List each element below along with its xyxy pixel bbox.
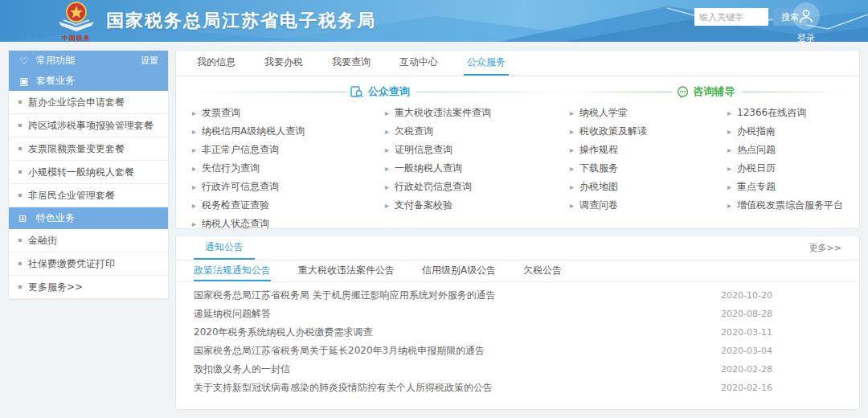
consult-link[interactable]: ▸ 增值税发票综合服务平台 [727, 196, 843, 215]
notice-list-item[interactable]: 递延纳税问题解答 2020-08-28 [176, 305, 859, 323]
public-query-col1: ▸ 发票查询 ▸ 纳税信用A级纳税人查询 ▸ 非正常户信息查询 ▸ 失信行为查询 [192, 104, 385, 233]
divider [192, 92, 346, 92]
person-icon [797, 7, 815, 25]
sidebar-special-item[interactable]: 更多服务>> [9, 276, 168, 299]
query-link[interactable]: ▸ 非正常户信息查询 [192, 141, 385, 159]
square-bullet-icon [18, 100, 22, 104]
tab-query[interactable]: 我要查询 [329, 51, 374, 76]
national-emblem-icon [55, 1, 97, 33]
query-link[interactable]: ▸ 发票查询 [192, 104, 385, 122]
query-link[interactable]: ▸ 一般纳税人查询 [385, 159, 570, 178]
consult-section: 咨询辅导 ▸ 纳税人学堂 ▸ 税收政策及解读 ▸ 操作规程 [570, 76, 843, 233]
consult-link[interactable]: ▸ 纳税人学堂 [570, 104, 727, 122]
main-nav-tabs: 我的信息 我要办税 我要查询 互动中心 公众服务 [176, 51, 859, 76]
query-link[interactable]: ▸ 证明信息查询 [385, 141, 570, 159]
package-icon: ▣ [18, 76, 30, 87]
arrow-bullet-icon: ▸ [192, 145, 196, 154]
arrow-bullet-icon: ▸ [570, 109, 574, 117]
notice-title-tab[interactable]: 通知公告 [194, 236, 255, 260]
public-query-title: 公众查询 [368, 84, 410, 99]
heart-icon: ♡ [18, 55, 30, 67]
user-avatar[interactable] [792, 2, 820, 30]
consult-link[interactable]: ▸ 重点专题 [727, 178, 843, 196]
common-functions-label: 常用功能 [36, 54, 141, 68]
arrow-bullet-icon: ▸ [570, 164, 574, 173]
settings-link[interactable]: 设置 [141, 55, 158, 67]
consult-col2: ▸ 12366在线咨询 ▸ 办税指南 ▸ 热点问题 ▸ 办税日历 ▸ [727, 104, 843, 215]
services-panel: 我的信息 我要办税 我要查询 互动中心 公众服务 公众查询 ▸ [175, 50, 860, 229]
notice-list-item[interactable]: 关于支持新型冠状病毒感染的肺炎疫情防控有关个人所得税政策的公告 2020-02-… [176, 379, 859, 397]
arrow-bullet-icon: ▸ [385, 145, 389, 154]
sidebar-package-item[interactable]: 跨区域涉税事项报验管理套餐 [9, 114, 168, 137]
square-bullet-icon [18, 124, 22, 127]
tab-my-info[interactable]: 我的信息 [194, 51, 239, 76]
query-link[interactable]: ▸ 行政许可信息查询 [192, 178, 385, 196]
notice-tab-policy[interactable]: 政策法规通知公告 [194, 260, 271, 281]
consult-link[interactable]: ▸ 下载服务 [570, 159, 727, 178]
sidebar-package-item[interactable]: 小规模转一般纳税人套餐 [9, 161, 168, 184]
square-bullet-icon [18, 285, 22, 289]
notice-list: 国家税务总局江苏省税务局 关于机房搬迁影响应用系统对外服务的通告 2020-10… [176, 282, 859, 397]
arrow-bullet-icon: ▸ [570, 127, 574, 136]
query-link[interactable]: ▸ 行政处罚信息查询 [385, 178, 570, 196]
query-link[interactable]: ▸ 失信行为查询 [192, 159, 385, 178]
notice-list-item[interactable]: 2020年税务系统纳税人办税缴费需求调查 2020-03-11 [176, 323, 859, 342]
consult-header: 咨询辅导 [570, 83, 843, 100]
notice-header: 通知公告 更多>> [176, 236, 859, 260]
consult-link[interactable]: ▸ 12366在线咨询 [727, 104, 843, 122]
square-bullet-icon [18, 170, 22, 174]
search-input[interactable] [694, 8, 768, 26]
arrow-bullet-icon: ▸ [727, 164, 731, 173]
square-bullet-icon [18, 147, 22, 150]
package-business-label: 套餐业务 [36, 74, 158, 88]
sidebar-item-common-functions[interactable]: ♡ 常用功能 设置 [9, 51, 168, 71]
consult-link[interactable]: ▸ 办税指南 [727, 122, 843, 141]
arrow-bullet-icon: ▸ [570, 201, 574, 210]
arrow-bullet-icon: ▸ [727, 109, 731, 117]
query-link[interactable]: ▸ 重大税收违法案件查询 [385, 104, 570, 122]
tab-interaction-center[interactable]: 互动中心 [396, 51, 441, 76]
consult-link[interactable]: ▸ 办税地图 [570, 178, 727, 196]
notice-list-item[interactable]: 致扣缴义务人的一封信 2020-02-28 [176, 360, 859, 379]
query-link[interactable]: ▸ 纳税信用A级纳税人查询 [192, 122, 385, 141]
notice-tab-major-violations[interactable]: 重大税收违法案件公告 [298, 260, 395, 281]
tab-tax-handling[interactable]: 我要办税 [261, 51, 306, 76]
notice-tab-tax-arrears[interactable]: 欠税公告 [523, 260, 562, 281]
sidebar-package-item[interactable]: 发票限额票量变更套餐 [9, 137, 168, 161]
arrow-bullet-icon: ▸ [727, 127, 731, 136]
sidebar-item-package-business[interactable]: ▣ 套餐业务 [9, 71, 168, 91]
divider [570, 92, 672, 92]
query-link[interactable]: ▸ 欠税查询 [385, 122, 570, 141]
query-link[interactable]: ▸ 税务检查证查验 [192, 196, 385, 215]
notice-more-link[interactable]: 更多>> [809, 236, 841, 260]
sidebar-special-item[interactable]: 金融街 [9, 229, 168, 252]
arrow-bullet-icon: ▸ [192, 182, 196, 191]
consult-link[interactable]: ▸ 办税日历 [727, 159, 843, 178]
consult-link[interactable]: ▸ 税收政策及解读 [570, 122, 727, 141]
arrow-bullet-icon: ▸ [192, 201, 196, 210]
site-header: 中国税务 国家税务总局江苏省电子税务局 搜索 登录 [0, 0, 868, 42]
consult-link[interactable]: ▸ 调查问卷 [570, 196, 727, 215]
sidebar-package-item[interactable]: 新办企业综合申请套餐 [9, 91, 168, 114]
consult-col1: ▸ 纳税人学堂 ▸ 税收政策及解读 ▸ 操作规程 ▸ 下载服务 ▸ [570, 104, 727, 215]
login-link[interactable]: 登录 [797, 32, 815, 42]
site-title: 国家税务总局江苏省电子税务局 [106, 9, 376, 33]
notice-list-item[interactable]: 国家税务总局江苏省税务局关于延长2020年3月纳税申报期限的通告 2020-03… [176, 342, 859, 360]
sidebar-package-item[interactable]: 非居民企业管理套餐 [9, 184, 168, 207]
query-link[interactable]: ▸ 纳税人状态查询 [192, 215, 385, 233]
public-query-header: 公众查询 [192, 83, 570, 100]
notice-list-item[interactable]: 国家税务总局江苏省税务局 关于机房搬迁影响应用系统对外服务的通告 2020-10… [176, 286, 859, 305]
sidebar-item-special-business[interactable]: ⊞ 特色业务 [9, 207, 168, 229]
tab-public-services[interactable]: 公众服务 [464, 51, 509, 76]
query-link[interactable]: ▸ 支付备案校验 [385, 196, 570, 215]
notice-subtabs: 政策法规通知公告 重大税收违法案件公告 信用级别A级公告 欠税公告 [176, 260, 859, 282]
arrow-bullet-icon: ▸ [192, 164, 196, 173]
logo-caption: 中国税务 [51, 35, 101, 42]
consult-link[interactable]: ▸ 热点问题 [727, 141, 843, 159]
notice-tab-credit-a[interactable]: 信用级别A级公告 [422, 260, 496, 281]
arrow-bullet-icon: ▸ [570, 145, 574, 154]
special-items-list: 金融街 社保费缴费凭证打印 更多服务>> [9, 229, 168, 299]
arrow-bullet-icon: ▸ [385, 127, 389, 136]
consult-link[interactable]: ▸ 操作规程 [570, 141, 727, 159]
sidebar-special-item[interactable]: 社保费缴费凭证打印 [9, 252, 168, 276]
